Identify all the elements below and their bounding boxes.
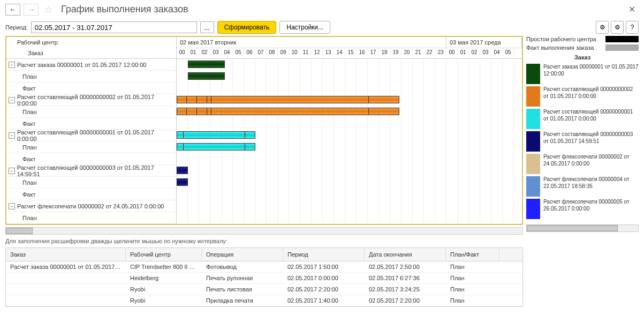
tree-label: Факт (22, 85, 35, 92)
tree-row[interactable]: План (6, 141, 176, 153)
cell: 02.05.2017 6:27:36 (365, 273, 446, 283)
legend-text: Расчет флексопечати 00000004 от 22.05.20… (543, 176, 639, 197)
settings-button[interactable]: Настройки... (279, 21, 330, 34)
legend-scrollbar[interactable] (526, 224, 639, 232)
cell: 02.05.2017 1:50:00 (283, 261, 365, 272)
period-input[interactable] (31, 21, 197, 33)
hour-cell: 08 (267, 48, 278, 56)
legend-swatch (605, 36, 639, 42)
gantt-bar[interactable] (177, 131, 255, 139)
expand-icon[interactable]: − (9, 62, 15, 68)
hour-cell: 16 (357, 48, 368, 56)
hour-cell: 01 (188, 48, 199, 56)
gantt-chart: Рабочий центр Заказ 02 мая 2017 вторник … (5, 36, 523, 225)
tree-row[interactable]: −Расчет составляющей 00000000001 от 01.0… (6, 130, 176, 141)
tree-row[interactable]: План (6, 177, 176, 189)
expand-icon[interactable]: − (9, 203, 15, 209)
cell: План (446, 284, 499, 295)
gantt-bar[interactable] (177, 96, 399, 103)
legend-color (526, 64, 540, 84)
cell: Heidelberg (126, 273, 202, 283)
period-label: Период: (5, 24, 28, 31)
hour-cell: 10 (289, 48, 300, 56)
cell: Фотовывод (202, 261, 283, 272)
legend-text: Расчет флексопечати 00000005 от 26.05.20… (543, 199, 639, 219)
variant-settings-icon[interactable]: ⚙ (596, 21, 609, 34)
col-header[interactable]: Заказ (6, 248, 126, 261)
tree-row[interactable]: −Расчет флексопечати 00000002 от 24.05.2… (6, 200, 176, 212)
legend-text: Расчет составляющей 00000000002 от 01.05… (543, 86, 639, 107)
legend-item: Расчет флексопечати 00000005 от 26.05.20… (526, 199, 639, 219)
page-title: График выполнения заказов (61, 4, 188, 15)
tree-row[interactable]: Факт (6, 82, 176, 94)
tree-row[interactable]: −Расчет заказа 00000001 от 01.05.2017 12… (6, 59, 176, 71)
tree-row[interactable]: −Расчет составляющей 00000000002 от 01.0… (6, 94, 176, 106)
detail-row[interactable]: RyobiПечать листовая02.05.2017 2:20:0002… (6, 284, 522, 295)
tree-label: Расчет флексопечати 00000002 от 24.05.20… (17, 203, 164, 209)
hour-cell: 09 (278, 48, 289, 56)
hour-cell: 23 (435, 48, 446, 56)
cell: Ryobi (126, 284, 202, 295)
tree-row[interactable]: Факт (6, 189, 176, 200)
detail-row[interactable]: HeidelbergПечать рулонная02.05.2017 0:00… (6, 273, 522, 284)
col-header[interactable]: Дата окончания (365, 248, 446, 261)
period-picker-button[interactable]: ... (200, 21, 214, 33)
legend-color (526, 199, 540, 219)
tree-row[interactable]: Факт (6, 118, 176, 130)
hour-cell: 06 (244, 48, 255, 56)
cell: Ryobi (126, 295, 202, 306)
legend-color (526, 86, 540, 107)
tree-row[interactable]: План (6, 71, 176, 82)
back-button[interactable]: ← (5, 4, 20, 16)
hour-cell: 15 (345, 48, 357, 56)
tree-row[interactable]: План (6, 106, 176, 118)
tree-label: Факт (22, 191, 35, 198)
close-icon[interactable]: ✕ (625, 3, 639, 16)
gantt-bar[interactable] (177, 167, 188, 174)
cell: 02.05.2017 2:20:00 (365, 295, 446, 306)
gantt-bar[interactable] (188, 72, 225, 80)
cell: План (446, 261, 499, 272)
col-header[interactable]: Период (283, 248, 365, 261)
gantt-bar[interactable] (188, 61, 225, 68)
hour-cell: 17 (368, 48, 379, 56)
legend-item: Расчет составляющей 00000000002 от 01.05… (526, 86, 639, 107)
hour-cell: 20 (401, 48, 413, 56)
hour-cell: 18 (379, 48, 390, 56)
cell: Печать рулонная (202, 273, 283, 283)
tree-row[interactable]: Факт (6, 153, 176, 165)
cell: План (446, 295, 499, 306)
more-settings-icon[interactable]: ⚙ (611, 21, 624, 34)
legend-color (526, 109, 540, 129)
expand-icon[interactable]: − (9, 97, 15, 103)
cell: 02.05.2017 2:50:00 (365, 261, 446, 272)
legend-label: Факт выполнения заказа (526, 44, 594, 51)
col-header[interactable]: Рабочий центр (126, 248, 202, 261)
hour-cell: 03 (480, 48, 491, 56)
hour-cell: 13 (323, 48, 334, 56)
tree-row[interactable]: −Расчет составляющей 00000000003 от 01.0… (6, 165, 176, 177)
hour-cell: 19 (390, 48, 401, 56)
col-header[interactable]: План/Факт (446, 248, 499, 261)
legend-color (526, 154, 540, 174)
detail-row[interactable]: Расчет заказа 00000001 от 01.05.2017 1..… (6, 261, 522, 273)
legend-item: Расчет флексопечати 00000004 от 22.05.20… (526, 176, 639, 197)
forward-button[interactable]: → (24, 4, 39, 16)
tree-label: Факт (22, 156, 35, 162)
gantt-scrollbar[interactable] (5, 227, 523, 235)
col-header[interactable]: Операция (202, 248, 283, 261)
generate-button[interactable]: Сформировать (217, 21, 277, 34)
detail-row[interactable]: RyobiПриладка печати02.05.2017 1:40:0002… (6, 295, 522, 306)
favorite-icon[interactable]: ☆ (44, 4, 52, 16)
gantt-bar[interactable] (177, 108, 399, 115)
hour-cell: 14 (334, 48, 345, 56)
legend-label: Простои рабочего центра (526, 36, 596, 42)
gantt-bar[interactable] (177, 143, 255, 151)
tree-row[interactable]: План (6, 212, 176, 224)
gantt-bar[interactable] (177, 178, 188, 186)
help-icon[interactable]: ? (626, 21, 639, 34)
expand-icon[interactable]: − (9, 132, 15, 139)
hour-cell: 02 (199, 48, 210, 56)
expand-icon[interactable]: − (9, 168, 15, 174)
legend-item: Расчет заказа 00000001 от 01.05.2017 12:… (526, 64, 639, 84)
